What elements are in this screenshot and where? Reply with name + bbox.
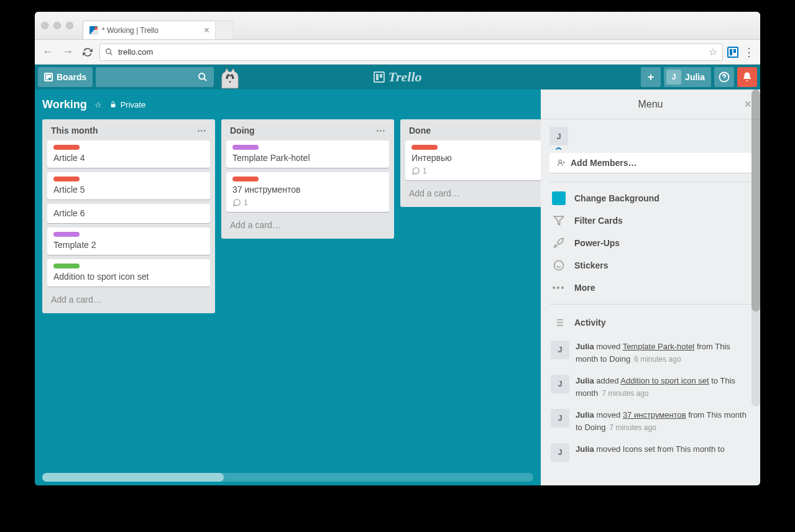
- board-name[interactable]: Working: [42, 98, 87, 111]
- list-title[interactable]: Done: [409, 126, 431, 135]
- reload-button[interactable]: [80, 44, 96, 60]
- svg-point-2: [199, 73, 204, 79]
- admin-chevron-icon: ︽: [556, 143, 562, 152]
- topbar: Boards Trello + J Julia: [35, 65, 760, 89]
- address-bar: ← → trello.com ☆ ⋮: [35, 40, 760, 65]
- create-button[interactable]: +: [641, 67, 661, 87]
- more-item[interactable]: ••• More: [549, 277, 751, 299]
- sticker-icon: [552, 259, 566, 272]
- info-button[interactable]: [714, 67, 734, 87]
- star-board-button[interactable]: ☆: [94, 100, 102, 109]
- activity-item: J Julia moved Icons set from This month …: [549, 438, 751, 467]
- card-title: 37 инструментов: [232, 185, 383, 195]
- list-header: Done: [405, 124, 541, 140]
- card-label-red: [53, 145, 80, 150]
- activity-text: Julia moved Icons set from This month to: [576, 443, 750, 462]
- activity-link[interactable]: 37 инструментов: [623, 410, 686, 420]
- power-ups-item[interactable]: Power-Ups: [549, 232, 751, 254]
- card[interactable]: Article 6: [47, 204, 210, 223]
- card[interactable]: Интервью1: [405, 140, 541, 180]
- comment-count: 1: [423, 167, 427, 175]
- menu-item-label: Change Background: [574, 193, 659, 203]
- activity-avatar[interactable]: J: [551, 409, 569, 428]
- activity-link[interactable]: Addition to sport icon set: [620, 376, 709, 385]
- forward-button[interactable]: →: [60, 44, 76, 60]
- svg-line-1: [110, 53, 112, 55]
- list-menu-button[interactable]: •••: [376, 127, 385, 134]
- user-avatar: J: [666, 70, 681, 85]
- window-chrome: * Working | Trello ×: [35, 12, 760, 40]
- card[interactable]: Article 5: [47, 172, 210, 200]
- divider: [549, 181, 751, 182]
- boards-button[interactable]: Boards: [38, 67, 93, 87]
- menu-body: J ︽ Add Members… Change Background: [541, 119, 760, 485]
- browser-menu-button[interactable]: ⋮: [743, 45, 755, 59]
- svg-point-5: [232, 76, 234, 79]
- trello-logo-text: Trello: [388, 69, 421, 85]
- search-input[interactable]: [96, 67, 214, 87]
- add-card-button[interactable]: Add a card…: [226, 216, 389, 234]
- trello-favicon-icon: [90, 26, 98, 35]
- minimize-window-button[interactable]: [53, 22, 61, 29]
- user-menu-button[interactable]: J Julia: [664, 67, 711, 87]
- privacy-button[interactable]: Private: [109, 100, 145, 109]
- activity-label: Activity: [574, 318, 606, 328]
- husky-logo-icon: [218, 66, 242, 89]
- new-tab-button[interactable]: [215, 21, 234, 39]
- activity-item: J Julia moved 37 инструментов from This …: [549, 404, 751, 438]
- close-tab-button[interactable]: ×: [204, 25, 209, 36]
- boards-label: Boards: [57, 72, 86, 82]
- activity-text: Julia added Addition to sport icon set t…: [576, 375, 750, 399]
- add-card-button[interactable]: Add a card…: [405, 185, 541, 202]
- card-title: Template Park-hotel: [232, 153, 383, 163]
- activity-avatar[interactable]: J: [551, 443, 569, 462]
- back-button[interactable]: ←: [40, 44, 56, 60]
- notifications-button[interactable]: [737, 67, 757, 87]
- list-this-month: This month ••• Article 4 Article 5 Artic…: [42, 119, 215, 313]
- member-avatar[interactable]: J ︽: [549, 127, 568, 145]
- trello-extension-icon[interactable]: [727, 46, 739, 58]
- card-label-purple: [232, 145, 259, 150]
- list-title[interactable]: Doing: [230, 126, 255, 135]
- list-title[interactable]: This month: [51, 126, 98, 135]
- activity-avatar[interactable]: J: [551, 375, 569, 393]
- add-card-button[interactable]: Add a card…: [47, 291, 210, 308]
- card[interactable]: 37 инструментов1: [226, 172, 389, 212]
- url-text: trello.com: [118, 47, 153, 57]
- bookmark-star-icon[interactable]: ☆: [709, 46, 717, 58]
- filter-cards-item[interactable]: Filter Cards: [549, 209, 751, 232]
- card[interactable]: Article 4: [47, 140, 210, 168]
- url-input[interactable]: trello.com ☆: [99, 44, 723, 61]
- card[interactable]: Template 2: [47, 227, 210, 255]
- menu-item-label: More: [574, 283, 595, 293]
- vertical-scrollbar[interactable]: [751, 89, 760, 406]
- change-background-item[interactable]: Change Background: [549, 187, 751, 209]
- comment-icon: [411, 167, 420, 175]
- board-area: Working ☆ Private This month ••• Art: [35, 89, 760, 485]
- activity-text: Julia moved Template Park-hotel from Thi…: [576, 341, 750, 365]
- tab-title: * Working | Trello: [102, 26, 159, 35]
- maximize-window-button[interactable]: [66, 22, 73, 29]
- lock-icon: [109, 101, 117, 108]
- close-menu-button[interactable]: ×: [744, 97, 751, 111]
- add-member-icon: [557, 158, 566, 167]
- card[interactable]: Addition to sport icon set: [47, 259, 210, 287]
- horizontal-scrollbar[interactable]: [42, 473, 533, 482]
- lists-container: This month ••• Article 4 Article 5 Artic…: [35, 119, 541, 473]
- filter-icon: [552, 214, 566, 227]
- trello-logo[interactable]: Trello: [373, 69, 421, 85]
- list-menu-button[interactable]: •••: [197, 127, 206, 134]
- traffic-lights: [41, 22, 73, 29]
- close-window-button[interactable]: [41, 22, 48, 29]
- list-doing: Doing ••• Template Park-hotel 37 инструм…: [221, 119, 394, 239]
- activity-time: 6 minutes ago: [634, 355, 681, 364]
- add-members-label: Add Members…: [571, 158, 637, 168]
- add-members-button[interactable]: Add Members…: [549, 153, 751, 173]
- activity-link[interactable]: Template Park-hotel: [623, 342, 695, 351]
- stickers-item[interactable]: Stickers: [549, 254, 751, 277]
- activity-avatar[interactable]: J: [551, 341, 569, 359]
- card[interactable]: Template Park-hotel: [226, 140, 389, 168]
- browser-tab[interactable]: * Working | Trello ×: [83, 21, 216, 39]
- search-icon: [198, 72, 208, 82]
- background-swatch-icon: [552, 191, 566, 205]
